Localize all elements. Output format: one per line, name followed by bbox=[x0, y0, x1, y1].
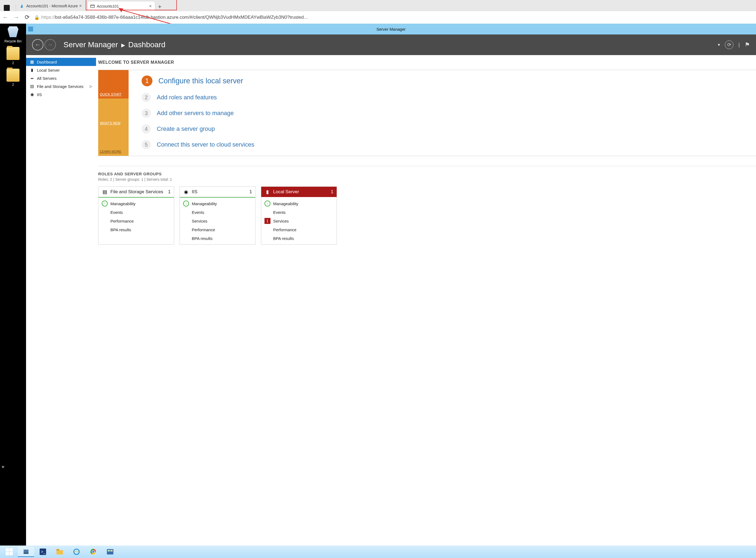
sidebar-item-dashboard[interactable]: ▦ Dashboard bbox=[26, 58, 96, 66]
arrow-up-icon: ↑ bbox=[265, 201, 270, 206]
windows-desktop-strip[interactable]: Recycle Bin 2 2 » bbox=[0, 24, 26, 546]
taskbar-server-manager[interactable] bbox=[18, 547, 34, 557]
tile-iis[interactable]: ◉ IIS 1 ↑Manageability Events Services P… bbox=[180, 186, 255, 245]
svg-rect-17 bbox=[110, 550, 113, 552]
desktop-icon-label: Recycle Bin bbox=[4, 40, 21, 43]
tile-header: ▮ Local Server 1 bbox=[261, 187, 336, 198]
taskbar-explorer[interactable] bbox=[52, 547, 68, 557]
step-link[interactable]: Connect this server to cloud services bbox=[157, 141, 254, 148]
tile-item-bpa[interactable]: BPA results bbox=[261, 234, 336, 243]
step-cloud[interactable]: 5 Connect this server to cloud services bbox=[142, 140, 756, 149]
tile-file-storage[interactable]: ▤ File and Storage Services 1 ↑Manageabi… bbox=[98, 186, 174, 245]
welcome-heading: WELCOME TO SERVER MANAGER bbox=[98, 60, 756, 65]
sidebar-item-label: Local Server bbox=[37, 68, 60, 73]
breadcrumb-app: Server Manager bbox=[63, 41, 118, 49]
tile-item-performance[interactable]: Performance bbox=[99, 217, 174, 225]
flag-icon[interactable]: ⚑ bbox=[745, 41, 750, 48]
lock-icon[interactable]: 🔒 bbox=[32, 13, 41, 22]
server-manager-titlebar[interactable]: Server Manager bbox=[26, 24, 756, 34]
tile-item-events[interactable]: Events bbox=[180, 208, 255, 217]
sidebar-item-label: File and Storage Services bbox=[37, 84, 84, 89]
header-tools: • ⟳ | ⚑ bbox=[718, 41, 750, 49]
powershell-icon: >_ bbox=[39, 549, 46, 555]
tile-items: ↑Manageability Events 1Services Performa… bbox=[261, 198, 336, 244]
desktop-folder-1[interactable]: 2 bbox=[0, 47, 26, 65]
tile-count: 1 bbox=[168, 189, 171, 195]
tile-item-performance[interactable]: Performance bbox=[180, 225, 255, 234]
taskbar-settings[interactable] bbox=[102, 547, 118, 557]
new-tab-button[interactable]: + bbox=[155, 3, 164, 11]
sidebar-item-all-servers[interactable]: ▪▪ All Servers bbox=[26, 74, 96, 82]
tab-separator bbox=[86, 4, 86, 11]
storage-icon: ▤ bbox=[102, 189, 108, 195]
recycle-bin[interactable]: Recycle Bin bbox=[0, 25, 26, 43]
sidebar-item-iis[interactable]: ◉ IIS bbox=[26, 91, 96, 99]
menu-indicator-icon[interactable]: • bbox=[718, 41, 720, 49]
address-bar-row: ← → ⟳ 🔒 https://bst-a6a54a74-3588-436b-8… bbox=[0, 11, 756, 24]
step-link[interactable]: Create a server group bbox=[157, 125, 215, 132]
tile-item-events[interactable]: Events bbox=[261, 208, 336, 217]
welcome-side-tabs: QUICK START WHAT'S NEW LEARN MORE bbox=[98, 70, 129, 156]
step-server-group[interactable]: 4 Create a server group bbox=[142, 124, 756, 133]
taskbar-ie[interactable] bbox=[69, 547, 85, 557]
chevron-right-icon: ▸ bbox=[121, 41, 125, 49]
tab-bastion[interactable]: Accounts101 × bbox=[87, 1, 155, 11]
step-add-roles[interactable]: 2 Add roles and features bbox=[142, 93, 756, 102]
back-button[interactable]: ← bbox=[0, 12, 11, 23]
sidebar-item-label: Dashboard bbox=[37, 60, 57, 64]
step-link[interactable]: Add other servers to manage bbox=[157, 110, 234, 117]
svg-marker-0 bbox=[21, 4, 23, 7]
step-link[interactable]: Configure this local server bbox=[158, 77, 243, 85]
forward-button: → bbox=[11, 12, 22, 23]
step-number: 2 bbox=[142, 93, 151, 102]
refresh-button[interactable]: ⟳ bbox=[22, 12, 32, 23]
sidebar-item-file-storage[interactable]: ▤ File and Storage Services ▷ bbox=[26, 82, 96, 91]
address-bar[interactable]: https://bst-a6a54a74-3588-436b-887e-66aa… bbox=[41, 15, 756, 20]
arrow-up-icon: ↑ bbox=[102, 201, 108, 206]
folder-icon bbox=[56, 549, 63, 555]
tab-azure[interactable]: Accounts101 - Microsoft Azure × bbox=[17, 1, 85, 11]
taskbar-chrome[interactable] bbox=[85, 547, 102, 557]
server-icon: ▮ bbox=[265, 189, 270, 195]
side-tab-quick-start[interactable]: QUICK START bbox=[98, 70, 129, 99]
tile-item-manageability[interactable]: ↑Manageability bbox=[99, 199, 174, 208]
tile-item-services[interactable]: Services bbox=[180, 217, 255, 225]
folder-icon bbox=[6, 47, 20, 60]
sidebar-item-local-server[interactable]: ▮ Local Server bbox=[26, 66, 96, 74]
step-add-servers[interactable]: 3 Add other servers to manage bbox=[142, 108, 756, 118]
taskbar[interactable]: >_ bbox=[0, 546, 756, 558]
roles-section: ROLES AND SERVER GROUPS Roles: 2 | Serve… bbox=[98, 166, 756, 245]
tile-item-manageability[interactable]: ↑Manageability bbox=[261, 199, 336, 208]
refresh-icon[interactable]: ⟳ bbox=[725, 41, 733, 49]
tile-item-bpa[interactable]: BPA results bbox=[99, 225, 174, 234]
start-button[interactable] bbox=[1, 547, 17, 557]
desktop-folder-2[interactable]: 2 bbox=[0, 69, 26, 86]
tile-item-events[interactable]: Events bbox=[99, 208, 174, 217]
taskbar-powershell[interactable]: >_ bbox=[35, 547, 51, 557]
folder-icon bbox=[6, 69, 20, 82]
browser-chrome: Accounts101 - Microsoft Azure × Accounts… bbox=[0, 0, 756, 24]
side-tab-learn-more[interactable]: LEARN MORE bbox=[98, 127, 129, 156]
tile-item-performance[interactable]: Performance bbox=[261, 225, 336, 234]
step-configure-local[interactable]: 1 Configure this local server bbox=[142, 75, 756, 86]
nav-back-button[interactable]: ← bbox=[32, 39, 44, 50]
ie-icon bbox=[73, 549, 80, 555]
breadcrumb: Server Manager ▸ Dashboard bbox=[63, 41, 165, 49]
step-link[interactable]: Add roles and features bbox=[157, 94, 217, 101]
breadcrumb-page: Dashboard bbox=[128, 41, 165, 49]
tile-item-services[interactable]: 1Services bbox=[261, 217, 336, 225]
side-tab-whats-new[interactable]: WHAT'S NEW bbox=[98, 99, 129, 127]
close-icon[interactable]: × bbox=[148, 4, 152, 9]
tile-item-manageability[interactable]: ↑Manageability bbox=[180, 199, 255, 208]
chrome-icon bbox=[90, 549, 97, 555]
browser-app-icon[interactable] bbox=[4, 5, 10, 11]
tile-local-server[interactable]: ▮ Local Server 1 ↑Manageability Events 1… bbox=[261, 186, 337, 245]
expand-chevron-icon[interactable]: » bbox=[2, 464, 4, 470]
storage-icon: ▤ bbox=[30, 84, 34, 88]
tile-item-bpa[interactable]: BPA results bbox=[180, 234, 255, 243]
content-area[interactable]: WELCOME TO SERVER MANAGER QUICK START WH… bbox=[96, 55, 756, 546]
server-manager-header: ← → Server Manager ▸ Dashboard • ⟳ | ⚑ bbox=[26, 34, 756, 55]
dashboard-icon: ▦ bbox=[30, 60, 34, 64]
close-icon[interactable]: × bbox=[79, 3, 82, 8]
step-number: 3 bbox=[142, 108, 151, 118]
